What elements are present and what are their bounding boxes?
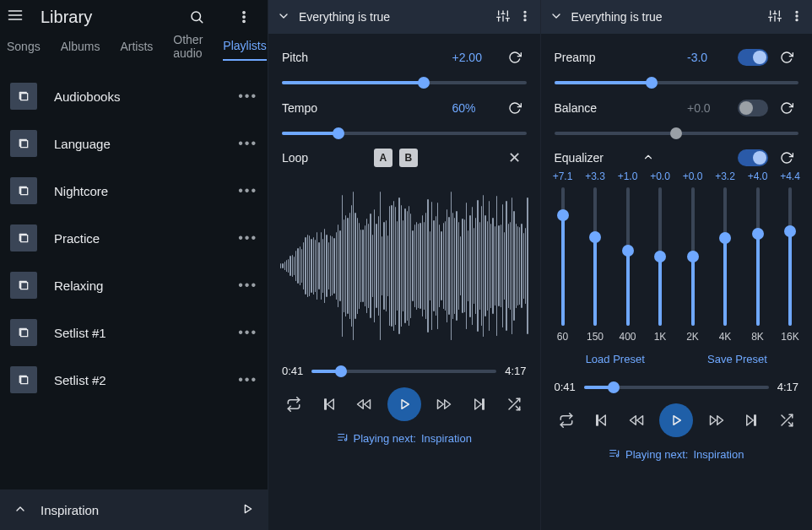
chevron-up-icon[interactable] [642,151,654,165]
waveform-display[interactable] [280,182,528,349]
svg-rect-8 [21,94,28,100]
playlist-item[interactable]: Language ••• [0,120,268,167]
more-vertical-icon[interactable] [518,9,532,25]
loop-b-button[interactable]: B [399,149,418,167]
reset-icon[interactable] [503,51,527,64]
shuffle-icon[interactable] [775,408,798,432]
eq-band-slider[interactable] [748,187,768,326]
repeat-icon[interactable] [282,392,306,416]
svg-rect-12 [21,283,28,289]
more-vertical-icon[interactable] [227,0,261,34]
shuffle-icon[interactable] [502,392,526,416]
eq-label-row: 601504001K2K4K8K16K [541,326,813,343]
playlist-stack-icon [10,272,37,299]
svg-marker-34 [438,400,444,409]
tab-albums[interactable]: Albums [61,40,100,60]
tab-songs[interactable]: Songs [7,40,41,60]
playing-next-left[interactable]: Playing next: Inspiration [268,421,540,446]
eq-band-slider[interactable] [585,187,605,326]
skip-forward-icon[interactable] [468,392,491,416]
seek-slider[interactable] [584,386,769,389]
svg-point-26 [524,15,526,17]
tab-playlists[interactable]: Playlists [223,39,266,61]
fast-forward-icon[interactable] [432,392,456,416]
svg-marker-62 [710,416,716,425]
chevron-down-icon[interactable] [549,9,563,25]
eq-band-slider[interactable] [780,187,800,326]
playlist-item[interactable]: Setlist #1 ••• [0,309,268,356]
load-preset-button[interactable]: Load Preset [586,353,645,365]
sliders-icon[interactable] [768,9,782,25]
close-icon[interactable]: ✕ [503,149,527,167]
loop-a-button[interactable]: A [374,149,392,167]
playing-next-right[interactable]: Playing next: Inspiration [541,437,813,462]
svg-point-53 [796,11,798,13]
reset-icon[interactable] [503,101,527,115]
more-horizontal-icon[interactable]: ••• [238,89,257,104]
tab-artists[interactable]: Artists [120,40,153,60]
chevron-down-icon[interactable] [277,9,290,25]
eq-band-slider[interactable] [553,187,573,326]
tab-other-audio[interactable]: Other audio [173,33,203,67]
svg-marker-56 [599,415,606,425]
playlist-item[interactable]: Nightcore ••• [0,167,268,214]
preset-row: Load Preset Save Preset [541,343,813,365]
preamp-toggle[interactable] [738,49,768,66]
chevron-up-icon[interactable] [14,502,27,518]
eq-band-slider[interactable] [683,187,703,326]
search-icon[interactable] [180,0,214,34]
playlist-item[interactable]: Relaxing ••• [0,262,268,309]
more-horizontal-icon[interactable]: ••• [238,372,257,387]
preamp-slider[interactable] [555,81,799,84]
time-current: 0:41 [282,365,303,377]
transport-controls-right [541,393,813,437]
skip-back-icon[interactable] [317,392,341,416]
more-horizontal-icon[interactable]: ••• [238,183,257,198]
eq-band-slider[interactable] [618,187,638,326]
playlist-stack-icon [10,83,37,110]
eq-band-slider[interactable] [650,187,670,326]
play-button[interactable] [387,387,421,421]
svg-marker-60 [674,416,680,425]
eq-band-freq: 8K [748,331,768,343]
eq-band-value: +3.3 [585,170,605,182]
repeat-icon[interactable] [555,408,578,432]
more-horizontal-icon[interactable]: ••• [238,278,257,293]
svg-point-54 [796,15,798,17]
more-horizontal-icon[interactable]: ••• [238,325,257,340]
more-vertical-icon[interactable] [790,9,804,25]
equalizer-toggle[interactable] [738,149,768,166]
rewind-icon[interactable] [625,408,648,432]
playlist-item[interactable]: Audiobooks ••• [0,73,268,120]
save-preset-button[interactable]: Save Preset [707,353,767,365]
balance-slider[interactable] [555,132,799,135]
skip-back-icon[interactable] [589,408,613,432]
skip-forward-icon[interactable] [739,408,763,432]
hamburger-icon[interactable] [7,7,27,27]
panel-left: Everything is true Pitch +2.00 Tempo 60%… [268,0,541,530]
pitch-slider[interactable] [282,81,527,84]
more-horizontal-icon[interactable]: ••• [238,230,257,246]
loop-section: Loop A B ✕ [268,135,540,165]
eq-band-slider[interactable] [715,187,735,326]
more-horizontal-icon[interactable]: ••• [238,136,257,151]
fast-forward-icon[interactable] [705,408,728,432]
rewind-icon[interactable] [352,392,376,416]
playlist-item[interactable]: Practice ••• [0,214,268,262]
playlist-item[interactable]: Setlist #2 ••• [0,356,268,403]
reset-icon[interactable] [775,101,798,115]
sidebar-now-playing[interactable]: Inspiration [0,489,268,530]
playlist-name: Audiobooks [54,89,221,104]
reset-icon[interactable] [775,151,798,165]
library-tabs: SongsAlbumsArtistsOther audioPlaylists [0,34,268,66]
eq-band-freq: 2K [683,331,703,343]
reset-icon[interactable] [775,51,798,64]
play-small-icon[interactable] [241,502,254,518]
tempo-slider[interactable] [282,132,527,135]
time-current: 0:41 [555,381,576,393]
seek-slider[interactable] [311,370,496,373]
sliders-icon[interactable] [496,9,510,25]
svg-rect-10 [21,188,28,195]
balance-toggle[interactable] [738,100,768,116]
play-button[interactable] [659,403,693,437]
